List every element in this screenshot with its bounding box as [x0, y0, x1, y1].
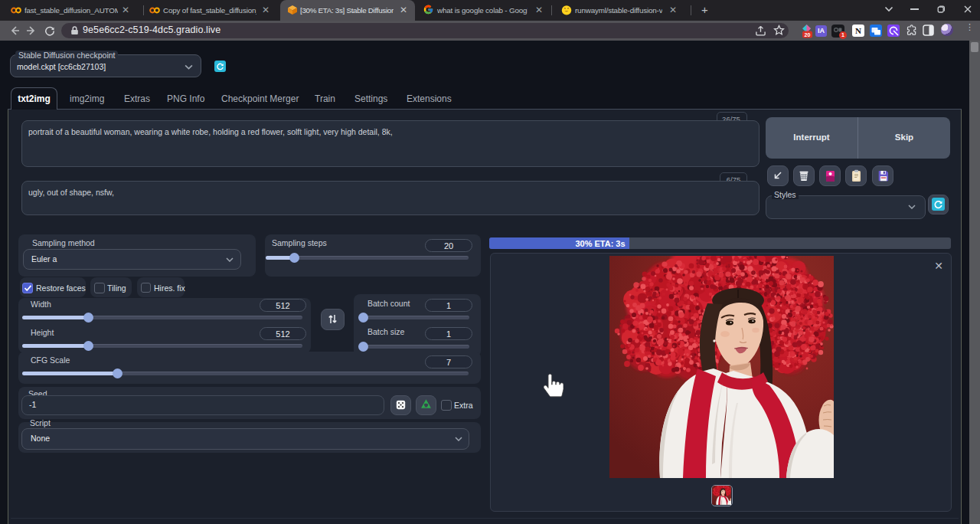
svg-text:20: 20 [805, 32, 811, 38]
